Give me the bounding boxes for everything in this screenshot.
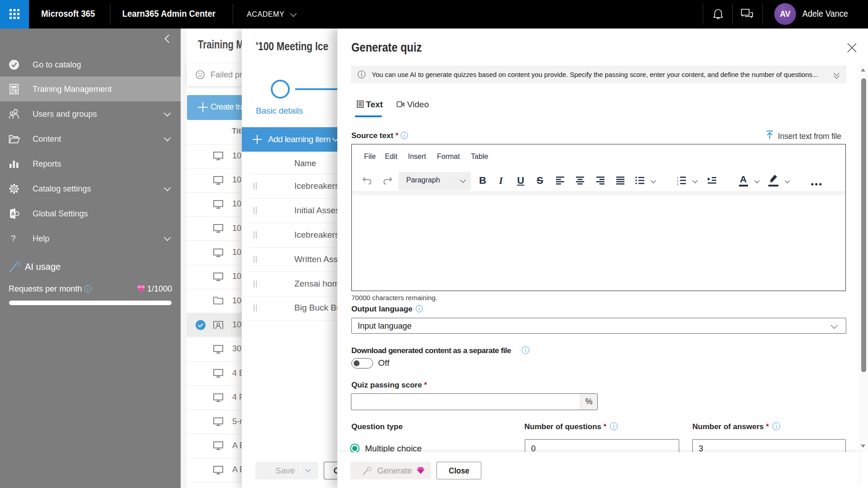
svg-text:3: 3 — [677, 183, 679, 186]
svg-text:1: 1 — [677, 177, 679, 179]
svg-text:2: 2 — [677, 180, 679, 182]
svg-text:A: A — [11, 211, 15, 216]
